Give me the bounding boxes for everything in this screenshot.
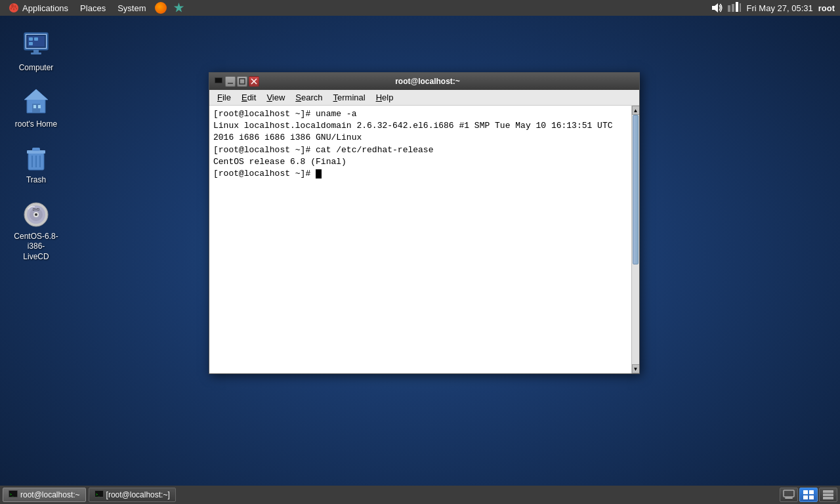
- terminal-menu-search[interactable]: Search: [290, 91, 327, 104]
- svg-rect-49: [784, 490, 794, 497]
- system-label: System: [117, 3, 146, 13]
- trash-label: Trash: [26, 175, 46, 186]
- clock: Fri May 27, 05:31: [747, 3, 813, 13]
- dvd-label: CentOS-6.8-i386- LiveCD: [9, 232, 63, 262]
- svg-rect-22: [33, 105, 36, 108]
- scrollbar-track[interactable]: [632, 115, 639, 364]
- scrollbar-down-arrow[interactable]: ▼: [632, 364, 640, 373]
- star-icon: [173, 3, 184, 13]
- system-tray: [710, 1, 742, 14]
- terminal-title: root@localhost:~: [259, 77, 596, 86]
- terminal-scrollbar[interactable]: ▲ ▼: [631, 106, 639, 373]
- svg-point-3: [10, 7, 12, 10]
- desktop-icons: Computer root's Home: [0, 20, 72, 272]
- taskbar-label-1: [root@localhost:~]: [106, 490, 170, 499]
- taskbar-item-0[interactable]: >_ root@localhost:~: [3, 488, 86, 502]
- svg-rect-55: [823, 490, 833, 493]
- svg-rect-18: [34, 37, 38, 41]
- svg-marker-24: [24, 89, 48, 100]
- minimize-button[interactable]: [225, 76, 236, 87]
- terminal-menu-edit[interactable]: Edit: [236, 91, 261, 104]
- desktop: Applications Places System: [0, 0, 840, 504]
- svg-point-35: [35, 213, 37, 216]
- layout-button-2[interactable]: [819, 488, 837, 502]
- gnome-foot-icon: [8, 2, 20, 14]
- home-icon[interactable]: root's Home: [7, 83, 66, 133]
- terminal-output[interactable]: [root@localhost ~]# uname -a Linux local…: [209, 106, 631, 373]
- taskbar-right: [780, 488, 837, 502]
- svg-rect-9: [736, 2, 738, 12]
- svg-rect-56: [823, 494, 833, 496]
- svg-point-5: [16, 8, 17, 10]
- svg-marker-6: [712, 3, 718, 12]
- bottom-panel: >_ root@localhost:~ >_ [root@localhost:~…: [0, 486, 840, 504]
- svg-text:DVD: DVD: [33, 207, 40, 211]
- dvd-icon-img: DVD: [20, 198, 52, 229]
- terminal-titlebar: root@localhost:~: [209, 73, 639, 90]
- firefox-icon: [155, 2, 167, 14]
- svg-point-4: [13, 8, 14, 10]
- places-menu[interactable]: Places: [75, 2, 111, 14]
- svg-rect-10: [740, 3, 741, 12]
- svg-rect-19: [29, 42, 33, 45]
- taskbar-label-0: root@localhost:~: [20, 490, 80, 499]
- titlebar-buttons: [213, 76, 259, 87]
- places-label: Places: [80, 3, 106, 13]
- trash-icon-img: [20, 141, 52, 173]
- terminal-menubar: File Edit View Search Terminal Help: [209, 90, 639, 106]
- layout-button-1[interactable]: [799, 488, 818, 502]
- bookmark-launcher[interactable]: [171, 1, 186, 14]
- top-panel: Applications Places System: [0, 0, 840, 16]
- terminal-menu-view[interactable]: View: [261, 91, 290, 104]
- svg-rect-38: [215, 78, 222, 83]
- show-desktop-button[interactable]: [780, 488, 798, 502]
- network-icon[interactable]: [727, 1, 742, 14]
- trash-desktop-icon[interactable]: Trash: [7, 138, 66, 188]
- svg-rect-54: [809, 495, 814, 499]
- svg-rect-27: [32, 148, 40, 151]
- terminal-content-wrapper: [root@localhost ~]# uname -a Linux local…: [209, 106, 639, 373]
- terminal-menu-terminal[interactable]: Terminal: [328, 91, 371, 104]
- close-button[interactable]: [249, 76, 259, 87]
- svg-point-1: [11, 4, 14, 8]
- svg-rect-53: [803, 495, 808, 499]
- taskbar-terminal-icon-0: >_: [9, 490, 18, 499]
- taskbar-item-1[interactable]: >_ [root@localhost:~]: [89, 488, 176, 502]
- taskbar-terminal-icon-1: >_: [94, 490, 104, 499]
- svg-rect-15: [33, 50, 39, 52]
- terminal-menu-help[interactable]: Help: [371, 91, 399, 104]
- computer-icon[interactable]: Computer: [7, 26, 66, 76]
- firefox-launcher[interactable]: [152, 1, 169, 15]
- svg-rect-16: [31, 52, 41, 54]
- computer-icon-img: [20, 29, 52, 60]
- system-menu[interactable]: System: [112, 2, 151, 14]
- username: root: [818, 3, 835, 13]
- home-icon-img: [20, 85, 52, 117]
- computer-label: Computer: [19, 63, 54, 74]
- panel-right: Fri May 27, 05:31 root: [710, 1, 840, 14]
- svg-text:>_: >_: [96, 492, 100, 497]
- terminal-window: root@localhost:~ File Edit View Search T…: [209, 72, 640, 374]
- scrollbar-thumb[interactable]: [633, 115, 639, 264]
- maximize-button[interactable]: [237, 76, 247, 87]
- speaker-icon[interactable]: [710, 1, 723, 14]
- dvd-icon[interactable]: DVD CentOS-6.8-i386- LiveCD: [7, 195, 66, 265]
- svg-rect-52: [809, 490, 814, 494]
- svg-rect-50: [785, 497, 793, 499]
- svg-rect-23: [38, 105, 41, 108]
- svg-rect-7: [728, 5, 730, 12]
- scrollbar-up-arrow[interactable]: ▲: [632, 106, 640, 115]
- terminal-menu-file[interactable]: File: [212, 91, 236, 104]
- applications-label: Applications: [22, 3, 68, 13]
- home-label: root's Home: [15, 119, 57, 130]
- terminal-cursor: [316, 169, 322, 178]
- svg-rect-17: [29, 37, 33, 41]
- svg-text:>_: >_: [10, 492, 14, 497]
- panel-left: Applications Places System: [0, 1, 186, 15]
- svg-rect-8: [732, 4, 734, 12]
- svg-point-2: [14, 5, 16, 8]
- applications-menu[interactable]: Applications: [3, 1, 74, 15]
- terminal-icon-small: [213, 76, 224, 87]
- svg-rect-40: [240, 79, 245, 84]
- svg-rect-57: [823, 497, 833, 499]
